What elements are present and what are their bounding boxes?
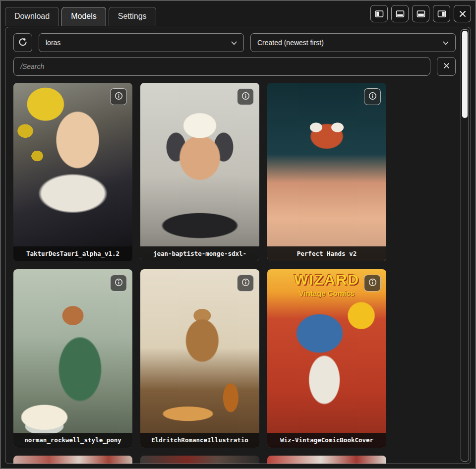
model-card[interactable]: TakturDesTauri_alpha_v1.2	[13, 83, 132, 261]
search-input[interactable]	[13, 57, 430, 76]
model-thumbnail	[13, 456, 132, 464]
panel-bottom-large-icon	[416, 9, 425, 18]
model-name: TakturDesTauri_alpha_v1.2	[13, 246, 132, 261]
refresh-button[interactable]	[13, 33, 32, 52]
model-name: norman_rockwell_style_pony	[13, 433, 132, 448]
close-icon	[443, 62, 450, 71]
model-thumbnail	[140, 456, 259, 464]
panel-bottom-icon	[396, 9, 405, 18]
sort-order-select[interactable]: Created (newest first)	[250, 33, 456, 52]
models-panel: loras Created (newest first)	[5, 27, 471, 464]
model-thumbnail	[13, 83, 132, 261]
model-card[interactable]: jean-baptiste-monge-sdxl-	[140, 83, 259, 261]
filter-toolbar: loras Created (newest first)	[13, 33, 456, 52]
info-icon	[368, 278, 377, 288]
scrollbar-thumb[interactable]	[462, 31, 468, 118]
model-card-partial[interactable]	[267, 456, 386, 464]
panel-right-icon	[437, 9, 446, 18]
vertical-scrollbar[interactable]	[461, 29, 469, 462]
tab-models[interactable]: Models	[61, 7, 106, 26]
tab-bar: Download Models Settings	[5, 7, 156, 26]
info-icon	[241, 278, 250, 288]
app-window: Download Models Settings	[0, 0, 476, 469]
clear-search-button[interactable]	[437, 57, 456, 76]
info-button[interactable]	[237, 275, 254, 292]
info-button[interactable]	[110, 275, 127, 292]
close-button[interactable]	[454, 5, 471, 22]
title-bar: Download Models Settings	[1, 1, 475, 26]
model-thumbnail: WIZARD Vintage Comics	[267, 269, 386, 448]
model-name: Wiz-VintageComicBookCover	[267, 433, 386, 448]
model-thumbnail	[140, 83, 259, 261]
model-category-value: loras	[46, 39, 60, 47]
model-name: Perfect Hands v2	[267, 246, 386, 261]
chevron-down-icon	[443, 39, 449, 47]
model-card[interactable]: Perfect Hands v2	[267, 83, 386, 261]
window-controls	[370, 5, 471, 26]
info-icon	[241, 92, 250, 102]
model-name: jean-baptiste-monge-sdxl-	[140, 246, 259, 261]
model-card[interactable]: norman_rockwell_style_pony	[13, 269, 132, 448]
model-thumbnail	[13, 269, 132, 448]
panel-bottom-toggle-button[interactable]	[391, 5, 409, 22]
search-toolbar	[13, 57, 456, 76]
info-icon	[115, 278, 123, 288]
close-icon	[459, 10, 467, 18]
refresh-icon	[18, 37, 28, 49]
model-card-partial[interactable]	[13, 456, 132, 464]
info-button[interactable]	[110, 88, 127, 105]
chevron-down-icon	[231, 39, 237, 47]
model-grid: TakturDesTauri_alpha_v1.2 jean-baptiste-…	[13, 83, 456, 464]
tab-download[interactable]: Download	[5, 7, 59, 26]
info-button[interactable]	[364, 88, 381, 105]
panel-left-icon	[375, 9, 384, 18]
sort-order-value: Created (newest first)	[257, 39, 324, 47]
model-card[interactable]: EldritchRomanceIllustratio	[140, 269, 259, 448]
info-button[interactable]	[237, 88, 254, 105]
panel-left-toggle-button[interactable]	[370, 5, 388, 22]
info-icon	[368, 92, 377, 102]
panel-right-toggle-button[interactable]	[433, 5, 450, 22]
model-card[interactable]: WIZARD Vintage Comics Wiz-VintageComicBo…	[267, 269, 386, 448]
info-icon	[115, 92, 123, 102]
tab-settings[interactable]: Settings	[109, 7, 156, 26]
model-card-partial[interactable]	[140, 456, 259, 464]
model-thumbnail	[267, 83, 386, 261]
model-category-select[interactable]: loras	[39, 33, 244, 52]
model-name: EldritchRomanceIllustratio	[140, 433, 259, 448]
panel-bottom-large-toggle-button[interactable]	[412, 5, 429, 22]
model-thumbnail	[267, 456, 386, 464]
info-button[interactable]	[364, 275, 381, 292]
model-thumbnail	[140, 269, 259, 448]
